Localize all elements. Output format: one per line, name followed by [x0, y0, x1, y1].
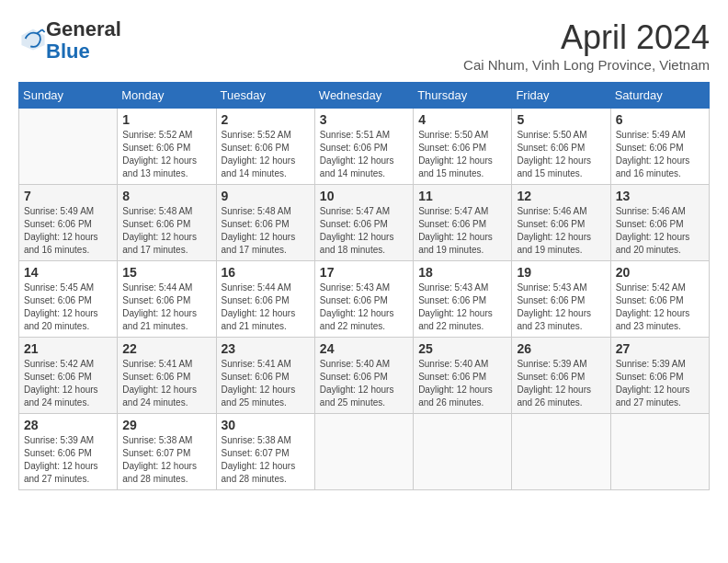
- day-info: Sunrise: 5:40 AM Sunset: 6:06 PM Dayligh…: [418, 358, 506, 409]
- calendar-week-row: 14Sunrise: 5:45 AM Sunset: 6:06 PM Dayli…: [19, 261, 710, 338]
- day-info: Sunrise: 5:45 AM Sunset: 6:06 PM Dayligh…: [24, 282, 112, 333]
- calendar-cell: 30Sunrise: 5:38 AM Sunset: 6:07 PM Dayli…: [216, 414, 314, 490]
- calendar-cell: 25Sunrise: 5:40 AM Sunset: 6:06 PM Dayli…: [414, 338, 512, 414]
- day-info: Sunrise: 5:52 AM Sunset: 6:06 PM Dayligh…: [122, 129, 210, 180]
- day-info: Sunrise: 5:39 AM Sunset: 6:06 PM Dayligh…: [24, 434, 112, 486]
- day-number: 3: [320, 112, 408, 127]
- day-info: Sunrise: 5:48 AM Sunset: 6:06 PM Dayligh…: [122, 205, 210, 257]
- calendar-cell: 15Sunrise: 5:44 AM Sunset: 6:06 PM Dayli…: [118, 261, 216, 338]
- logo-blue-text: Blue: [46, 40, 90, 63]
- calendar-cell: 17Sunrise: 5:43 AM Sunset: 6:06 PM Dayli…: [314, 261, 413, 338]
- day-info: Sunrise: 5:50 AM Sunset: 6:06 PM Dayligh…: [517, 129, 605, 180]
- day-number: 17: [320, 265, 408, 280]
- day-number: 9: [222, 189, 310, 203]
- day-number: 15: [122, 265, 210, 280]
- day-number: 23: [222, 341, 310, 356]
- day-info: Sunrise: 5:49 AM Sunset: 6:06 PM Dayligh…: [616, 129, 704, 180]
- calendar-cell: 26Sunrise: 5:39 AM Sunset: 6:06 PM Dayli…: [512, 338, 610, 414]
- calendar-cell: 19Sunrise: 5:43 AM Sunset: 6:06 PM Dayli…: [512, 261, 610, 338]
- day-number: 20: [616, 265, 704, 280]
- day-info: Sunrise: 5:40 AM Sunset: 6:06 PM Dayligh…: [320, 358, 408, 409]
- calendar-cell: 1Sunrise: 5:52 AM Sunset: 6:06 PM Daylig…: [118, 109, 216, 185]
- weekday-header: Tuesday: [216, 83, 314, 109]
- weekday-header: Monday: [118, 83, 216, 109]
- calendar-cell: [314, 414, 413, 490]
- day-info: Sunrise: 5:42 AM Sunset: 6:06 PM Dayligh…: [24, 358, 112, 409]
- logo-icon: [20, 26, 46, 52]
- day-info: Sunrise: 5:46 AM Sunset: 6:06 PM Dayligh…: [616, 205, 704, 257]
- day-info: Sunrise: 5:41 AM Sunset: 6:06 PM Dayligh…: [222, 358, 310, 409]
- day-number: 8: [122, 189, 210, 203]
- calendar-cell: [19, 109, 118, 185]
- weekday-header: Friday: [512, 83, 610, 109]
- calendar-cell: 21Sunrise: 5:42 AM Sunset: 6:06 PM Dayli…: [19, 338, 118, 414]
- day-number: 13: [616, 189, 704, 203]
- day-number: 22: [122, 341, 210, 356]
- day-number: 4: [418, 112, 506, 127]
- day-number: 16: [222, 265, 310, 280]
- calendar-cell: 6Sunrise: 5:49 AM Sunset: 6:06 PM Daylig…: [610, 109, 709, 185]
- calendar-cell: 24Sunrise: 5:40 AM Sunset: 6:06 PM Dayli…: [314, 338, 413, 414]
- calendar-cell: 5Sunrise: 5:50 AM Sunset: 6:06 PM Daylig…: [512, 109, 610, 185]
- calendar-cell: 13Sunrise: 5:46 AM Sunset: 6:06 PM Dayli…: [610, 185, 709, 261]
- day-number: 7: [24, 189, 112, 203]
- day-number: 6: [616, 112, 704, 127]
- weekday-header: Thursday: [414, 83, 512, 109]
- logo: General Blue: [18, 18, 121, 63]
- day-info: Sunrise: 5:47 AM Sunset: 6:06 PM Dayligh…: [320, 205, 408, 257]
- calendar-cell: 23Sunrise: 5:41 AM Sunset: 6:06 PM Dayli…: [216, 338, 314, 414]
- weekday-header: Wednesday: [314, 83, 413, 109]
- calendar-cell: 14Sunrise: 5:45 AM Sunset: 6:06 PM Dayli…: [19, 261, 118, 338]
- day-info: Sunrise: 5:47 AM Sunset: 6:06 PM Dayligh…: [418, 205, 506, 257]
- day-info: Sunrise: 5:38 AM Sunset: 6:07 PM Dayligh…: [122, 434, 210, 486]
- calendar-week-row: 28Sunrise: 5:39 AM Sunset: 6:06 PM Dayli…: [19, 414, 710, 490]
- calendar-cell: 12Sunrise: 5:46 AM Sunset: 6:06 PM Dayli…: [512, 185, 610, 261]
- day-number: 18: [418, 265, 506, 280]
- day-info: Sunrise: 5:39 AM Sunset: 6:06 PM Dayligh…: [616, 358, 704, 409]
- day-info: Sunrise: 5:43 AM Sunset: 6:06 PM Dayligh…: [320, 282, 408, 333]
- location-text: Cai Nhum, Vinh Long Province, Vietnam: [463, 57, 710, 73]
- day-info: Sunrise: 5:43 AM Sunset: 6:06 PM Dayligh…: [517, 282, 605, 333]
- day-info: Sunrise: 5:44 AM Sunset: 6:06 PM Dayligh…: [222, 282, 310, 333]
- day-info: Sunrise: 5:52 AM Sunset: 6:06 PM Dayligh…: [222, 129, 310, 180]
- title-block: April 2024 Cai Nhum, Vinh Long Province,…: [463, 18, 710, 73]
- calendar-week-row: 1Sunrise: 5:52 AM Sunset: 6:06 PM Daylig…: [19, 109, 710, 185]
- day-info: Sunrise: 5:48 AM Sunset: 6:06 PM Dayligh…: [222, 205, 310, 257]
- calendar-cell: 20Sunrise: 5:42 AM Sunset: 6:06 PM Dayli…: [610, 261, 709, 338]
- day-number: 12: [517, 189, 605, 203]
- weekday-header: Saturday: [610, 83, 709, 109]
- day-number: 25: [418, 341, 506, 356]
- day-info: Sunrise: 5:42 AM Sunset: 6:06 PM Dayligh…: [616, 282, 704, 333]
- calendar-table: SundayMondayTuesdayWednesdayThursdayFrid…: [18, 82, 710, 490]
- calendar-cell: 7Sunrise: 5:49 AM Sunset: 6:06 PM Daylig…: [19, 185, 118, 261]
- calendar-cell: [414, 414, 512, 490]
- day-info: Sunrise: 5:44 AM Sunset: 6:06 PM Dayligh…: [122, 282, 210, 333]
- month-title: April 2024: [463, 18, 710, 57]
- calendar-cell: 4Sunrise: 5:50 AM Sunset: 6:06 PM Daylig…: [414, 109, 512, 185]
- calendar-cell: 22Sunrise: 5:41 AM Sunset: 6:06 PM Dayli…: [118, 338, 216, 414]
- weekday-header-row: SundayMondayTuesdayWednesdayThursdayFrid…: [19, 83, 710, 109]
- day-number: 24: [320, 341, 408, 356]
- calendar-week-row: 21Sunrise: 5:42 AM Sunset: 6:06 PM Dayli…: [19, 338, 710, 414]
- day-info: Sunrise: 5:49 AM Sunset: 6:06 PM Dayligh…: [24, 205, 112, 257]
- calendar-cell: 27Sunrise: 5:39 AM Sunset: 6:06 PM Dayli…: [610, 338, 709, 414]
- page-header: General Blue April 2024 Cai Nhum, Vinh L…: [18, 18, 710, 73]
- calendar-cell: 10Sunrise: 5:47 AM Sunset: 6:06 PM Dayli…: [314, 185, 413, 261]
- day-number: 10: [320, 189, 408, 203]
- day-number: 2: [222, 112, 310, 127]
- weekday-header: Sunday: [19, 83, 118, 109]
- day-number: 1: [122, 112, 210, 127]
- day-info: Sunrise: 5:50 AM Sunset: 6:06 PM Dayligh…: [418, 129, 506, 180]
- calendar-cell: [610, 414, 709, 490]
- day-number: 26: [517, 341, 605, 356]
- calendar-cell: 11Sunrise: 5:47 AM Sunset: 6:06 PM Dayli…: [414, 185, 512, 261]
- day-info: Sunrise: 5:39 AM Sunset: 6:06 PM Dayligh…: [517, 358, 605, 409]
- day-number: 30: [222, 418, 310, 432]
- day-number: 27: [616, 341, 704, 356]
- day-info: Sunrise: 5:38 AM Sunset: 6:07 PM Dayligh…: [222, 434, 310, 486]
- day-info: Sunrise: 5:46 AM Sunset: 6:06 PM Dayligh…: [517, 205, 605, 257]
- calendar-cell: 16Sunrise: 5:44 AM Sunset: 6:06 PM Dayli…: [216, 261, 314, 338]
- calendar-cell: 2Sunrise: 5:52 AM Sunset: 6:06 PM Daylig…: [216, 109, 314, 185]
- calendar-week-row: 7Sunrise: 5:49 AM Sunset: 6:06 PM Daylig…: [19, 185, 710, 261]
- calendar-cell: 28Sunrise: 5:39 AM Sunset: 6:06 PM Dayli…: [19, 414, 118, 490]
